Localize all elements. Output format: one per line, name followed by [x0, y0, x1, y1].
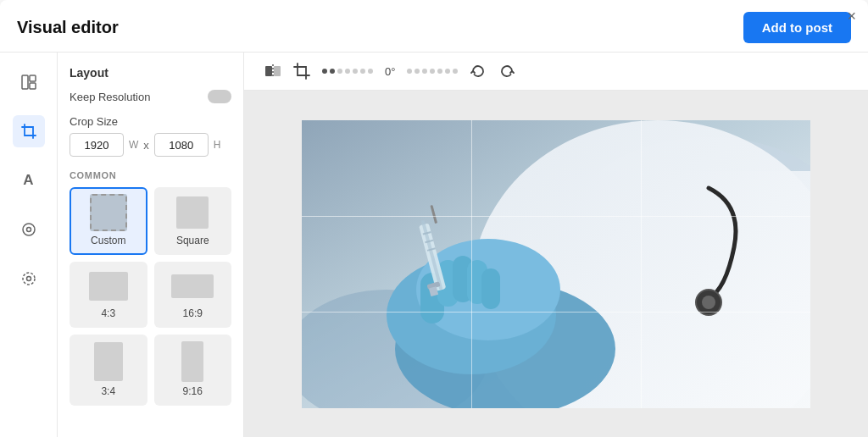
sidebar-icon-settings[interactable] — [13, 263, 45, 295]
svg-point-6 — [23, 273, 35, 285]
close-button[interactable]: × — [847, 8, 856, 24]
crop-presets-grid: Custom Square 4:3 — [70, 187, 231, 406]
preset-4-3[interactable]: 4:3 — [70, 262, 147, 328]
brush-icon — [20, 221, 37, 238]
preset-4-3-label: 4:3 — [101, 307, 115, 319]
svg-point-5 — [26, 277, 31, 281]
modal-title: Visual editor — [17, 18, 119, 37]
preset-9-16[interactable]: 9:16 — [154, 335, 232, 406]
text-icon: A — [23, 172, 33, 189]
crop-size-row: W x H — [70, 133, 231, 157]
keep-resolution-row: Keep Resolution — [70, 90, 231, 103]
dot-r3 — [422, 69, 427, 74]
dot-r1 — [407, 69, 412, 74]
svg-point-16 — [702, 296, 715, 309]
crop-icon — [20, 123, 37, 140]
svg-rect-1 — [30, 75, 36, 81]
keep-resolution-toggle[interactable] — [208, 90, 231, 103]
common-label: COMMON — [70, 170, 231, 180]
preset-3-4-icon — [76, 341, 141, 382]
dot-r6 — [445, 69, 450, 74]
crop-tool-icon — [292, 62, 311, 80]
rotate-right-icon — [498, 63, 515, 80]
layout-section-title: Layout — [70, 66, 231, 80]
crop-tool-button[interactable] — [290, 59, 314, 83]
preset-custom-icon — [76, 194, 141, 231]
flip-horizontal-button[interactable] — [261, 59, 285, 83]
crop-width-input[interactable] — [70, 133, 124, 157]
settings-icon — [20, 270, 37, 287]
preset-9-16-label: 9:16 — [183, 385, 203, 397]
svg-rect-2 — [30, 83, 36, 89]
sidebar-icon-text[interactable]: A — [13, 164, 45, 196]
dot-r7 — [453, 69, 458, 74]
preset-square-icon — [161, 194, 225, 231]
svg-rect-0 — [22, 75, 28, 89]
crop-height-input[interactable] — [154, 133, 209, 157]
height-unit: H — [214, 139, 221, 151]
preset-9-16-icon — [161, 341, 225, 382]
sidebar-icon-brush[interactable] — [13, 213, 45, 246]
angle-display: 0° — [381, 65, 398, 78]
modal-body: A Layout Keep Resolution — [0, 53, 868, 437]
canvas-area[interactable] — [244, 91, 868, 437]
preset-4-3-icon — [76, 268, 141, 304]
dot-r4 — [430, 69, 435, 74]
preset-3-4[interactable]: 3:4 — [70, 335, 147, 406]
dots-left — [319, 69, 376, 74]
sidebar-icon-crop[interactable] — [13, 115, 45, 147]
image-canvas — [302, 120, 810, 408]
preset-16-9[interactable]: 16:9 — [154, 262, 232, 328]
svg-rect-8 — [274, 66, 281, 76]
preset-custom[interactable]: Custom — [70, 187, 147, 255]
modal-header: Visual editor × Add to post — [0, 0, 868, 53]
dot-5 — [353, 69, 358, 74]
icon-sidebar: A — [0, 53, 58, 437]
preset-16-9-icon — [161, 268, 225, 304]
svg-point-4 — [26, 228, 31, 232]
editor-toolbar: 0° — [244, 53, 868, 91]
flip-horizontal-icon — [264, 62, 282, 80]
add-to-post-button[interactable]: Add to post — [743, 12, 851, 43]
svg-rect-24 — [481, 268, 500, 309]
dot-6 — [360, 69, 365, 74]
svg-rect-7 — [265, 66, 272, 76]
dots-right — [403, 69, 461, 74]
rotate-left-icon — [470, 63, 487, 80]
rotate-left-button[interactable] — [466, 59, 490, 83]
layout-panel: Layout Keep Resolution Crop Size W x H C… — [58, 53, 244, 437]
keep-resolution-label: Keep Resolution — [70, 91, 150, 103]
dot-r2 — [415, 69, 420, 74]
editor-area: 0° — [244, 53, 868, 437]
dot-1 — [322, 69, 327, 74]
doctor-image — [302, 120, 810, 408]
preset-square[interactable]: Square — [154, 187, 232, 255]
sidebar-icon-layout[interactable] — [13, 66, 45, 98]
dot-7 — [368, 69, 373, 74]
preset-16-9-label: 16:9 — [183, 307, 203, 319]
crop-size-label: Crop Size — [70, 115, 231, 128]
rotate-right-button[interactable] — [495, 59, 519, 83]
dot-3 — [337, 69, 342, 74]
width-unit: W — [129, 139, 138, 151]
layout-icon — [20, 74, 37, 91]
dot-2 — [330, 69, 335, 74]
svg-point-3 — [23, 224, 35, 235]
visual-editor-modal: Visual editor × Add to post A — [0, 0, 868, 437]
dot-4 — [345, 69, 350, 74]
header-right: Add to post — [743, 12, 851, 43]
dot-r5 — [437, 69, 442, 74]
size-separator: x — [143, 139, 149, 152]
preset-square-label: Square — [176, 235, 209, 246]
preset-3-4-label: 3:4 — [101, 385, 115, 397]
preset-custom-label: Custom — [91, 235, 125, 246]
